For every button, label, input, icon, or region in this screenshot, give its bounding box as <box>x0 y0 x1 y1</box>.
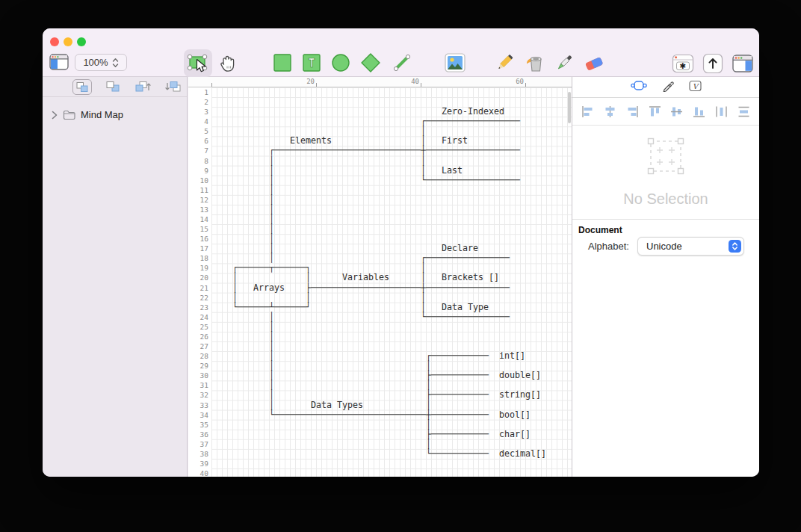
rectangle-icon <box>273 54 291 72</box>
inspector-tabs: V <box>572 77 759 98</box>
right-sidebar-icon <box>732 54 753 73</box>
toggle-right-sidebar-button[interactable] <box>732 53 754 74</box>
send-backward-button[interactable] <box>164 80 182 93</box>
overlap-objects-icon <box>105 81 120 93</box>
zoom-control[interactable]: 100% <box>75 54 127 71</box>
hand-icon <box>218 54 238 74</box>
row-number: 26 <box>188 332 211 341</box>
minimize-button[interactable] <box>64 37 72 46</box>
zoom-value: 100% <box>83 57 108 68</box>
ruler-tick-0 <box>211 83 212 87</box>
row-number: 19 <box>188 263 211 273</box>
section-divider <box>572 219 759 220</box>
row-number: 5 <box>188 126 211 136</box>
asterisk-window-icon: ✱ <box>672 53 694 74</box>
diamond-icon <box>360 52 381 73</box>
overlap-objects-button[interactable] <box>105 80 121 93</box>
close-button[interactable] <box>50 37 59 46</box>
align-bottom-icon[interactable] <box>693 105 705 118</box>
bring-forward-icon <box>134 81 151 93</box>
no-selection-text: No Selection <box>572 191 759 208</box>
row-number: 2 <box>188 97 211 107</box>
selection-tool-button[interactable] <box>184 49 212 77</box>
distribute-vertical-icon[interactable] <box>737 105 750 118</box>
layer-tree-label: Mind Map <box>81 109 123 120</box>
selection-tool-icon <box>186 52 210 75</box>
ellipse-icon <box>332 54 350 72</box>
canvas-scrollbar[interactable] <box>568 92 571 123</box>
ruler-tick <box>421 83 421 87</box>
image-tool-button[interactable] <box>444 52 466 73</box>
canvas-region: 204060 123456789101112131415161718192021… <box>188 77 572 477</box>
align-left-icon[interactable] <box>581 105 594 118</box>
eraser-tool-button[interactable] <box>582 53 606 72</box>
distribute-horizontal-icon[interactable] <box>715 105 728 118</box>
align-right-icon[interactable] <box>626 105 639 118</box>
layers-sidebar: Mind Map <box>43 77 188 477</box>
select-stepper-icon <box>729 240 741 253</box>
row-number: 34 <box>188 410 211 420</box>
eyedropper-tool-button[interactable] <box>554 52 575 73</box>
row-number: 25 <box>188 322 211 332</box>
row-number: 22 <box>188 293 211 303</box>
row-number: 23 <box>188 303 211 312</box>
row-number: 12 <box>188 195 211 205</box>
row-number: 16 <box>188 234 211 244</box>
row-number: 38 <box>188 449 211 459</box>
row-number: 27 <box>188 341 211 351</box>
ruler-label: 60 <box>512 78 524 85</box>
group-objects-button[interactable] <box>72 79 92 95</box>
disclosure-chevron-icon[interactable] <box>52 111 58 120</box>
ascii-art: Zero-Indexed ┌────────────────── │ Eleme… <box>211 87 546 468</box>
row-number: 29 <box>188 361 211 371</box>
character-picker-button[interactable]: ✱ <box>672 53 694 74</box>
row-number: 9 <box>188 166 211 176</box>
row-number: 17 <box>188 244 211 253</box>
share-up-arrow-icon <box>702 53 723 74</box>
image-icon <box>444 52 466 73</box>
canvas[interactable]: Zero-Indexed ┌────────────────── │ Eleme… <box>211 87 572 477</box>
text-tool-button[interactable]: T <box>302 53 321 72</box>
row-number: 30 <box>188 371 211 380</box>
ruler: 204060 <box>188 77 572 87</box>
app-window: 100% <box>43 28 759 477</box>
share-button[interactable] <box>702 53 723 74</box>
alphabet-select[interactable]: Unicode <box>637 237 744 256</box>
pencil-icon <box>494 52 515 73</box>
row-number: 3 <box>188 107 211 117</box>
align-center-vertical-icon[interactable] <box>670 105 683 118</box>
rectangle-tool-button[interactable] <box>273 53 292 72</box>
alignment-toolbar <box>572 98 759 126</box>
ruler-label: 20 <box>303 78 315 85</box>
pan-tool-button[interactable] <box>217 52 239 75</box>
row-number: 24 <box>188 312 211 322</box>
ellipse-tool-button[interactable] <box>331 53 350 72</box>
diamond-tool-button[interactable] <box>359 52 382 74</box>
row-number: 15 <box>188 224 211 234</box>
tab-style-inspector[interactable] <box>662 80 674 95</box>
document-section-title: Document <box>578 225 622 235</box>
row-number: 13 <box>188 205 211 214</box>
stepper-icon <box>112 58 119 68</box>
align-top-icon[interactable] <box>649 105 661 118</box>
pencil-tool-button[interactable] <box>494 52 515 73</box>
tab-variables-inspector[interactable]: V <box>689 80 702 95</box>
row-numbers: 1234567891011121314151617181920212223242… <box>188 87 211 477</box>
tab-shape-inspector[interactable] <box>631 80 647 94</box>
align-center-horizontal-icon[interactable] <box>604 105 616 118</box>
folder-icon <box>63 110 75 120</box>
row-number: 32 <box>188 390 211 400</box>
row-number: 39 <box>188 459 211 468</box>
line-tool-button[interactable] <box>391 52 413 73</box>
variables-icon: V <box>689 80 702 92</box>
bring-forward-button[interactable] <box>134 80 152 93</box>
row-number: 1 <box>188 87 211 97</box>
zoom-window-button[interactable] <box>77 37 86 46</box>
layer-actions-bar <box>43 77 187 97</box>
alphabet-label: Alphabet: <box>588 241 629 252</box>
fill-tool-button[interactable] <box>522 53 546 73</box>
alphabet-value: Unicode <box>638 241 729 252</box>
toggle-left-sidebar-button[interactable] <box>49 53 69 71</box>
row-number: 40 <box>188 468 211 477</box>
layer-tree-item-mind-map[interactable]: Mind Map <box>52 109 187 120</box>
